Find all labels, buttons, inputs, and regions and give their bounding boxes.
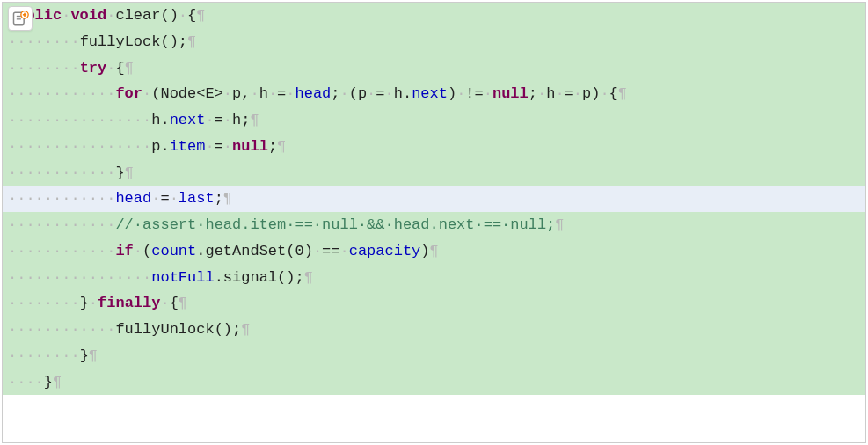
token-eol: ¶ [53, 374, 62, 390]
token-ident: h [151, 112, 160, 128]
token-punct: < [196, 85, 205, 102]
token-punct: != [465, 85, 483, 102]
token-type: E [205, 85, 214, 102]
token-eol: ¶ [430, 243, 439, 259]
token-ws: · [205, 138, 214, 155]
code-line[interactable]: ········}¶ [3, 343, 865, 369]
code-line[interactable]: ····}¶ [3, 369, 865, 396]
leading-whitespace: ············ [8, 164, 115, 181]
token-ident: h [394, 85, 403, 102]
token-eol: ¶ [223, 190, 232, 207]
token-punct: { [609, 85, 618, 102]
token-field: notFull [151, 269, 214, 286]
token-punct: . [403, 85, 412, 102]
leading-whitespace: ············ [8, 85, 115, 102]
token-eol: ¶ [250, 112, 259, 128]
leading-whitespace: ················ [8, 112, 151, 128]
token-punct: ) [448, 85, 456, 102]
token-method: fullyLock [80, 33, 161, 50]
token-punct: ( [286, 243, 295, 259]
token-punct: } [80, 295, 89, 311]
code-line[interactable]: ············if·(count.getAndSet(0)·==·ca… [3, 238, 865, 265]
token-ws: · [223, 138, 232, 155]
token-ident: h [232, 112, 241, 128]
token-punct: ( [142, 243, 151, 259]
token-ws: · [340, 85, 349, 102]
token-punct: . [196, 243, 205, 259]
leading-whitespace: ···· [8, 374, 44, 390]
token-ws: · [160, 295, 169, 311]
token-field: next [170, 112, 206, 128]
token-kw: null [492, 85, 529, 102]
leading-whitespace: ············ [8, 321, 115, 338]
leading-whitespace: ········ [8, 347, 80, 364]
leading-whitespace: ············ [8, 243, 115, 259]
code-line[interactable]: ············fullyUnlock();¶ [3, 317, 865, 343]
token-ws: · [573, 85, 582, 102]
code-line[interactable]: ············}¶ [3, 160, 865, 186]
token-ws: · [62, 7, 70, 24]
code-line[interactable]: ················p.item·=·null;¶ [3, 134, 865, 160]
token-punct: = [376, 85, 384, 102]
token-punct: . [160, 138, 169, 155]
token-punct: , [241, 85, 250, 102]
token-comment: //·assert·head.item·==·null·&&·head.next… [115, 216, 555, 233]
token-punct: ) [304, 243, 313, 259]
token-ident: h [259, 85, 268, 102]
token-ws: · [223, 85, 232, 102]
leading-whitespace: ············ [8, 190, 115, 207]
token-field: capacity [349, 243, 421, 259]
code-line[interactable]: ············//·assert·head.item·==·null·… [3, 212, 865, 238]
token-punct: > [215, 85, 223, 102]
token-kw: void [70, 7, 106, 24]
leading-whitespace: ················ [8, 138, 151, 155]
code-editor[interactable]: ··blic·void·clear()·{¶········fullyLock(… [2, 2, 866, 443]
token-ident: h [546, 85, 555, 102]
token-field: count [151, 243, 196, 259]
token-ws: · [170, 190, 179, 207]
code-line[interactable]: ········fullyLock();¶ [3, 29, 865, 55]
token-field: head [295, 85, 331, 102]
token-field: last [179, 190, 215, 207]
token-punct: ; [215, 190, 223, 207]
token-punct: ; [268, 138, 277, 155]
leading-whitespace: ········ [8, 295, 80, 311]
token-ws: · [268, 85, 277, 102]
token-ws: · [223, 112, 232, 128]
token-field: item [170, 138, 206, 155]
token-kw: if [115, 243, 133, 259]
add-diff-icon[interactable] [8, 6, 33, 31]
token-punct: (); [160, 33, 187, 50]
token-ws: · [484, 85, 492, 102]
token-field: head [115, 190, 151, 207]
token-ws: · [286, 85, 295, 102]
leading-whitespace: ········ [8, 60, 80, 77]
token-punct: = [160, 190, 169, 207]
token-ws: · [106, 7, 115, 24]
token-ws: · [367, 85, 376, 102]
code-line[interactable]: ············head·=·last;¶ [3, 186, 865, 212]
token-eol: ¶ [196, 7, 205, 24]
token-method: signal [223, 269, 277, 286]
token-type: Node [160, 85, 196, 102]
code-line[interactable]: ········try·{¶ [3, 55, 865, 82]
token-ws: · [142, 85, 151, 102]
code-line[interactable]: ········}·finally·{¶ [3, 290, 865, 317]
token-method: clear [115, 7, 160, 24]
token-eol: ¶ [304, 269, 313, 286]
token-punct: (); [277, 269, 304, 286]
token-ws: · [456, 85, 465, 102]
code-line[interactable]: ················h.next·=·h;¶ [3, 107, 865, 134]
token-punct: = [215, 138, 223, 155]
code-line[interactable]: ··blic·void·clear()·{¶ [3, 3, 865, 29]
token-field: next [412, 85, 448, 102]
code-line[interactable]: ················notFull.signal();¶ [3, 265, 865, 291]
token-punct: { [170, 295, 179, 311]
token-eol: ¶ [277, 138, 286, 155]
token-punct: == [322, 243, 339, 259]
code-lines-container: ··blic·void·clear()·{¶········fullyLock(… [3, 3, 865, 395]
token-ws: · [179, 7, 187, 24]
token-ws: · [89, 295, 98, 311]
code-line[interactable]: ············for·(Node<E>·p,·h·=·head;·(p… [3, 81, 865, 107]
token-punct: } [44, 374, 53, 390]
